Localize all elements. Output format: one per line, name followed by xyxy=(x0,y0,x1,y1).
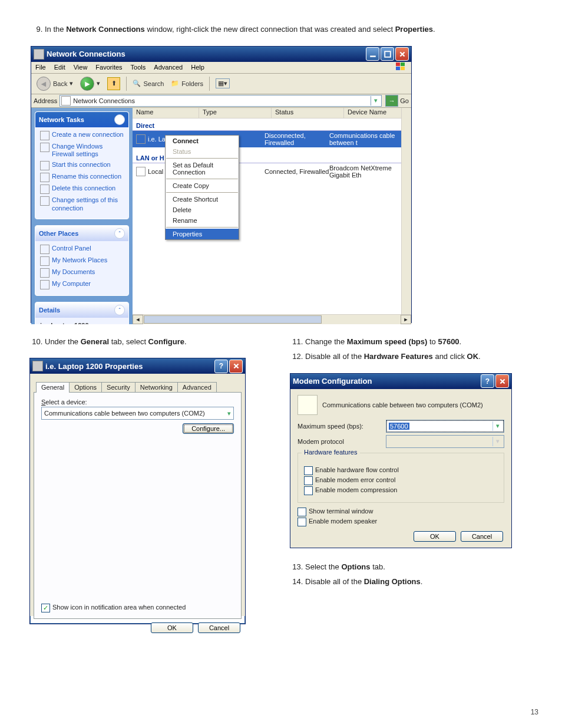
folders-button[interactable]: 📁Folders xyxy=(168,78,206,89)
chevron-down-icon: ▾ xyxy=(492,437,503,446)
modem-protocol-select[interactable]: ▾ xyxy=(386,435,504,448)
select-device-label: Select a device: xyxy=(41,398,234,406)
step-11: Change the Maximum speed (bps) to 57600. xyxy=(305,336,533,348)
chevron-down-icon[interactable]: ▾ xyxy=(227,410,231,417)
menu-favorites[interactable]: Favorites xyxy=(91,64,126,71)
address-input[interactable]: Network Connections ▾ xyxy=(59,95,382,107)
show-icon-checkbox[interactable]: Show icon in notification area when conn… xyxy=(41,604,186,612)
details-header[interactable]: Detailsˆ xyxy=(35,302,128,318)
modem-configuration-dialog: Modem Configuration ? Communications cab… xyxy=(290,373,512,548)
tab-networking[interactable]: Networking xyxy=(135,382,178,392)
up-button[interactable]: ⬆ xyxy=(104,75,123,92)
task-delete[interactable]: Delete this connection xyxy=(40,183,124,195)
hw-flow-checkbox[interactable]: Enable hardware flow control xyxy=(304,466,498,475)
max-speed-select[interactable]: 57600▾ xyxy=(386,420,504,433)
windows-logo-icon xyxy=(391,62,410,72)
menu-edit[interactable]: Edit xyxy=(50,64,70,71)
vertical-scrollbar[interactable] xyxy=(401,108,411,315)
help-button[interactable]: ? xyxy=(214,360,228,373)
tab-general[interactable]: General xyxy=(36,382,70,393)
device-select[interactable]: Communications cable between two compute… xyxy=(41,407,234,420)
menu-help[interactable]: Help xyxy=(187,64,209,71)
network-tasks-header[interactable]: Network Tasksˆ xyxy=(35,112,128,127)
svg-rect-4 xyxy=(396,67,400,70)
ctx-default[interactable]: Set as Default Connection xyxy=(166,160,239,177)
details-body: i.e. Laptop 1200 Direct Disconnected, Fi… xyxy=(35,318,128,324)
chevron-up-icon[interactable]: ˆ xyxy=(114,114,125,125)
svg-rect-1 xyxy=(385,51,391,57)
ctx-status[interactable]: Status xyxy=(166,146,239,157)
titlebar[interactable]: i.e. Laptop 1200 Properties ? xyxy=(30,358,245,374)
step-12: Disable all of the Hardware Features and… xyxy=(305,351,533,363)
other-control-panel[interactable]: Control Panel xyxy=(40,243,124,255)
chevron-down-icon[interactable]: ▾ xyxy=(371,96,380,106)
task-settings[interactable]: Change settings of this connection xyxy=(40,195,124,214)
cancel-button[interactable]: Cancel xyxy=(198,622,240,633)
ctx-properties[interactable]: Properties xyxy=(166,229,239,239)
device-label: Communications cable between two compute… xyxy=(322,401,483,409)
ctx-copy[interactable]: Create Copy xyxy=(166,180,239,191)
menu-view[interactable]: View xyxy=(70,64,92,71)
ctx-delete[interactable]: Delete xyxy=(166,205,239,215)
titlebar[interactable]: Network Connections xyxy=(31,47,411,62)
maximize-button[interactable] xyxy=(381,47,394,61)
close-button[interactable] xyxy=(229,360,243,373)
ctx-connect[interactable]: Connect xyxy=(166,136,239,146)
task-firewall[interactable]: Change Windows Firewall settings xyxy=(40,141,124,160)
search-button[interactable]: 🔍Search xyxy=(130,78,167,89)
help-button[interactable]: ? xyxy=(481,374,494,388)
ok-button[interactable]: OK xyxy=(151,622,193,633)
page-number: 13 xyxy=(531,708,538,716)
terminal-checkbox[interactable]: Show terminal window xyxy=(297,508,504,516)
cancel-button[interactable]: Cancel xyxy=(461,531,503,542)
views-button[interactable]: ▦▾ xyxy=(213,77,233,90)
ctx-rename[interactable]: Rename xyxy=(166,215,239,226)
other-network-places[interactable]: My Network Places xyxy=(40,255,124,267)
network-icon xyxy=(34,49,44,60)
list-area: Name Type Status Device Name Direct i.e.… xyxy=(133,108,411,324)
speaker-checkbox[interactable]: Enable modem speaker xyxy=(297,518,504,526)
ok-button[interactable]: OK xyxy=(414,531,456,542)
group-direct: Direct xyxy=(133,121,411,131)
task-start[interactable]: Start this connection xyxy=(40,160,124,172)
other-my-computer[interactable]: My Computer xyxy=(40,279,124,291)
menu-tools[interactable]: Tools xyxy=(127,64,150,71)
chevron-up-icon[interactable]: ˆ xyxy=(114,305,125,315)
menu-file[interactable]: File xyxy=(31,64,50,71)
hardware-features-group: Hardware features Enable hardware flow c… xyxy=(297,453,504,503)
step-9: In the Network Connections window, right… xyxy=(45,24,533,35)
go-button[interactable]: → xyxy=(385,95,398,107)
tab-options[interactable]: Options xyxy=(69,382,102,392)
svg-rect-3 xyxy=(401,62,405,66)
addressbar: Address Network Connections ▾ → Go xyxy=(31,94,411,108)
other-my-documents[interactable]: My Documents xyxy=(40,267,124,279)
back-button[interactable]: ◄Back ▾ xyxy=(34,75,76,93)
close-button[interactable] xyxy=(395,47,409,61)
dialog-title: Modem Configuration xyxy=(293,377,372,386)
minimize-button[interactable] xyxy=(366,47,379,61)
ctx-shortcut[interactable]: Create Shortcut xyxy=(166,194,239,205)
close-button[interactable] xyxy=(495,374,509,388)
folders-icon: 📁 xyxy=(171,80,179,87)
connection-icon xyxy=(136,167,146,176)
tab-security[interactable]: Security xyxy=(101,382,135,392)
menubar[interactable]: File Edit View Favorites Tools Advanced … xyxy=(31,62,411,74)
svg-rect-5 xyxy=(401,67,405,70)
other-places-header[interactable]: Other Placesˆ xyxy=(35,226,128,241)
horizontal-scrollbar[interactable]: ◄► xyxy=(133,314,411,324)
task-rename[interactable]: Rename this connection xyxy=(40,172,124,183)
configure-button[interactable]: Configure... xyxy=(183,423,234,434)
hw-error-checkbox[interactable]: Enable modem error control xyxy=(304,476,498,485)
chevron-down-icon[interactable]: ▾ xyxy=(492,421,503,431)
menu-advanced[interactable]: Advanced xyxy=(150,64,187,71)
titlebar[interactable]: Modem Configuration ? xyxy=(290,374,511,389)
list-header[interactable]: Name Type Status Device Name xyxy=(133,108,411,118)
address-label: Address xyxy=(34,97,57,104)
chevron-up-icon[interactable]: ˆ xyxy=(114,228,125,239)
task-create-new[interactable]: Create a new connection xyxy=(40,130,124,141)
tab-advanced[interactable]: Advanced xyxy=(177,382,217,392)
forward-button[interactable]: ► ▾ xyxy=(77,75,103,93)
checkbox-icon[interactable] xyxy=(41,604,50,612)
hw-compress-checkbox[interactable]: Enable modem compression xyxy=(304,486,498,495)
max-speed-label: Maximum speed (bps): xyxy=(297,423,380,430)
